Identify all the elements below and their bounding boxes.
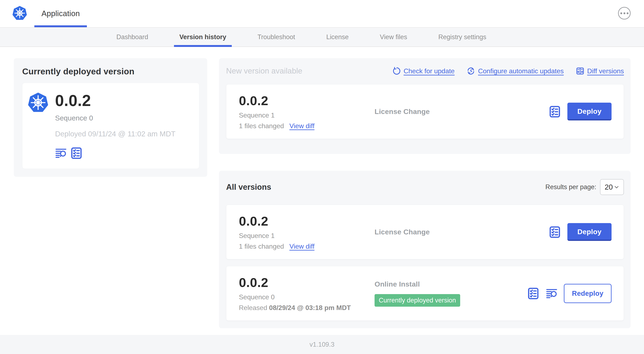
app-header: Application xyxy=(0,0,644,27)
kubernetes-logo-icon xyxy=(12,6,28,22)
diff-icon xyxy=(576,67,584,75)
version-source-label: Online Install xyxy=(374,280,527,288)
version-row: 0.0.2 Sequence 0 Released 08/29/24 @ 03:… xyxy=(226,266,624,321)
new-version-row: 0.0.2 Sequence 1 1 files changed View di… xyxy=(226,84,624,139)
view-diff-link[interactable]: View diff xyxy=(289,243,314,250)
checklist-icon xyxy=(527,287,540,300)
section-tabbar: Dashboard Version history Troubleshoot L… xyxy=(0,27,644,47)
app-nav-tab[interactable]: Application xyxy=(34,0,87,27)
preflight-checks-button[interactable] xyxy=(527,287,540,300)
preflight-checks-button[interactable] xyxy=(70,147,83,159)
currently-deployed-panel: Currently deployed version 0.0.2 Sequenc… xyxy=(14,58,207,177)
all-versions-panel: All versions Results per page: 20 0.0.2 … xyxy=(219,171,630,328)
overflow-menu-button[interactable] xyxy=(618,7,630,20)
all-versions-title: All versions xyxy=(226,183,271,192)
tab-dashboard[interactable]: Dashboard xyxy=(116,28,148,47)
row-version-number: 0.0.2 xyxy=(239,93,374,108)
chevron-down-icon xyxy=(614,184,620,190)
kubernetes-app-icon xyxy=(27,92,49,114)
version-row: 0.0.2 Sequence 1 1 files changed View di… xyxy=(226,205,624,259)
files-changed-text: 1 files changed xyxy=(239,122,284,130)
view-diff-link[interactable]: View diff xyxy=(289,122,314,130)
row-sequence: Sequence 1 xyxy=(239,232,374,240)
view-logs-button[interactable] xyxy=(55,147,67,159)
row-version-number: 0.0.2 xyxy=(239,275,374,290)
checklist-icon xyxy=(70,147,83,159)
tab-version-history[interactable]: Version history xyxy=(180,28,226,47)
version-source-label: License Change xyxy=(374,108,548,116)
new-version-panel: New version available Check for update C… xyxy=(219,58,630,154)
preflight-checks-button[interactable] xyxy=(548,105,561,118)
files-changed-text: 1 files changed xyxy=(239,243,284,250)
checklist-icon xyxy=(548,105,561,118)
results-per-page-label: Results per page: xyxy=(546,183,596,191)
preflight-checks-button[interactable] xyxy=(548,226,561,238)
ellipsis-icon xyxy=(620,12,622,14)
main-content: Currently deployed version 0.0.2 Sequenc… xyxy=(0,47,644,335)
currently-deployed-title: Currently deployed version xyxy=(22,67,199,77)
deploy-button[interactable]: Deploy xyxy=(567,223,612,241)
diff-versions-link[interactable]: Diff versions xyxy=(576,67,624,75)
logs-magnifier-icon xyxy=(546,288,558,299)
admin-console-version: v1.109.3 xyxy=(310,341,334,348)
tab-view-files[interactable]: View files xyxy=(380,28,407,47)
row-sequence: Sequence 0 xyxy=(239,293,374,301)
configure-automatic-updates-link[interactable]: Configure automatic updates xyxy=(467,67,564,75)
checklist-icon xyxy=(548,226,561,238)
refresh-icon xyxy=(392,67,401,75)
currently-deployed-badge: Currently deployed version xyxy=(374,294,460,307)
tab-registry-settings[interactable]: Registry settings xyxy=(438,28,486,47)
currently-deployed-card: 0.0.2 Sequence 0 Deployed 09/11/24 @ 11:… xyxy=(22,83,199,169)
schedule-sync-icon xyxy=(467,67,475,75)
row-version-number: 0.0.2 xyxy=(239,214,374,228)
new-version-title: New version available xyxy=(226,67,302,75)
deployed-sequence: Sequence 0 xyxy=(55,114,176,122)
view-logs-button[interactable] xyxy=(546,288,558,299)
released-timestamp: Released 08/29/24 @ 03:18 pm MDT xyxy=(239,304,374,312)
page-footer: v1.109.3 xyxy=(0,335,644,354)
app-tab-active-underline xyxy=(34,25,87,27)
app-title: Application xyxy=(42,9,80,18)
deployed-timestamp: Deployed 09/11/24 @ 11:02 am MDT xyxy=(55,130,176,138)
deploy-button[interactable]: Deploy xyxy=(567,103,612,120)
version-source-label: License Change xyxy=(374,228,548,236)
tab-license[interactable]: License xyxy=(326,28,348,47)
results-per-page-select[interactable]: 20 xyxy=(600,179,624,195)
redeploy-button[interactable]: Redeploy xyxy=(564,284,612,303)
check-for-update-link[interactable]: Check for update xyxy=(392,67,455,75)
logs-magnifier-icon xyxy=(55,147,67,159)
row-sequence: Sequence 1 xyxy=(239,111,374,119)
deployed-version-number: 0.0.2 xyxy=(55,92,176,109)
tab-troubleshoot[interactable]: Troubleshoot xyxy=(258,28,295,47)
